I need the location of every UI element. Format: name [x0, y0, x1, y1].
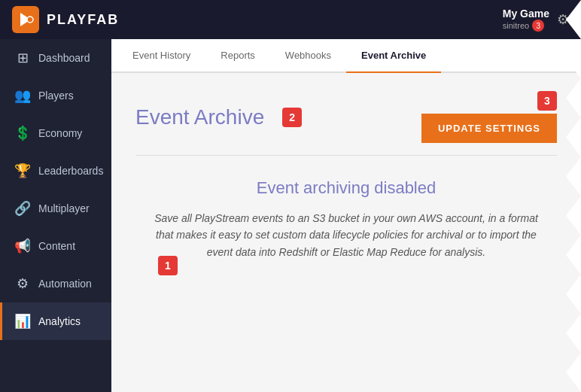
notification-badge: 3 — [532, 20, 544, 32]
game-name: My Game — [503, 8, 549, 20]
automation-icon: ⚙ — [14, 275, 31, 292]
tab-webhooks[interactable]: Webhooks — [270, 39, 346, 73]
sidebar-item-players[interactable]: 👥 Players — [0, 77, 111, 114]
user-area: My Game sinitreo 3 ⚙ — [503, 8, 569, 32]
dashboard-icon: ⊞ — [14, 50, 31, 66]
tab-bar: Event History Reports Webhooks Event Arc… — [111, 39, 581, 73]
sidebar-label-players: Players — [38, 90, 74, 102]
sidebar-item-economy[interactable]: 💲 Economy — [0, 114, 111, 152]
tab-event-archive[interactable]: Event Archive — [346, 39, 441, 73]
sidebar-label-content: Content — [38, 240, 75, 252]
sidebar-label-economy: Economy — [38, 127, 82, 139]
page-title: Event Archive — [135, 105, 264, 129]
main-layout: ⊞ Dashboard 👥 Players 💲 Economy 🏆 Leader… — [0, 39, 581, 392]
multiplayer-icon: 🔗 — [14, 200, 31, 217]
sidebar-item-content[interactable]: 📢 Content — [0, 227, 111, 265]
sidebar-item-leaderboards[interactable]: 🏆 Leaderboards — [0, 152, 111, 190]
archive-description: Save all PlayStream events to an S3 buck… — [151, 210, 542, 260]
content-icon: 📢 — [14, 238, 31, 254]
update-settings-button[interactable]: UPDATE SETTINGS — [421, 114, 557, 143]
sidebar-item-automation[interactable]: ⚙ Automation — [0, 265, 111, 302]
sidebar-label-automation: Automation — [38, 278, 92, 290]
callout-badge-3: 3 — [537, 91, 557, 111]
tab-event-history[interactable]: Event History — [117, 39, 205, 73]
leaderboards-icon: 🏆 — [14, 163, 31, 179]
app-name: PLAYFAB — [47, 12, 119, 28]
content-area: Event History Reports Webhooks Event Arc… — [111, 39, 581, 392]
tab-reports[interactable]: Reports — [205, 39, 270, 73]
archive-status: Event archiving disabled — [151, 178, 542, 198]
user-info: My Game sinitreo 3 — [503, 8, 549, 32]
archive-section: Event archiving disabled Save all PlaySt… — [135, 178, 557, 260]
sidebar-label-dashboard: Dashboard — [38, 52, 90, 64]
analytics-icon: 📊 — [14, 313, 31, 330]
sidebar-item-dashboard[interactable]: ⊞ Dashboard — [0, 39, 111, 77]
page-content: Event Archive 2 3 UPDATE SETTINGS Event … — [111, 73, 581, 392]
top-bar: PLAYFAB My Game sinitreo 3 ⚙ — [0, 0, 581, 39]
sidebar-label-multiplayer: Multiplayer — [38, 202, 90, 214]
username: sinitreo — [503, 21, 529, 30]
page-header: Event Archive 2 3 UPDATE SETTINGS — [135, 91, 557, 156]
callout-badge-1: 1 — [158, 256, 178, 275]
username-area: sinitreo 3 — [503, 20, 549, 32]
svg-point-1 — [27, 17, 33, 23]
callout-badge-2: 2 — [282, 108, 302, 127]
playfab-logo-icon — [12, 6, 39, 33]
logo-area: PLAYFAB — [12, 6, 119, 33]
economy-icon: 💲 — [14, 125, 31, 141]
players-icon: 👥 — [14, 87, 31, 104]
sidebar-item-multiplayer[interactable]: 🔗 Multiplayer — [0, 190, 111, 227]
sidebar-item-analytics[interactable]: 📊 Analytics — [0, 302, 111, 340]
sidebar-label-analytics: Analytics — [38, 315, 81, 327]
sidebar-label-leaderboards: Leaderboards — [38, 165, 103, 177]
sidebar: ⊞ Dashboard 👥 Players 💲 Economy 🏆 Leader… — [0, 39, 111, 392]
